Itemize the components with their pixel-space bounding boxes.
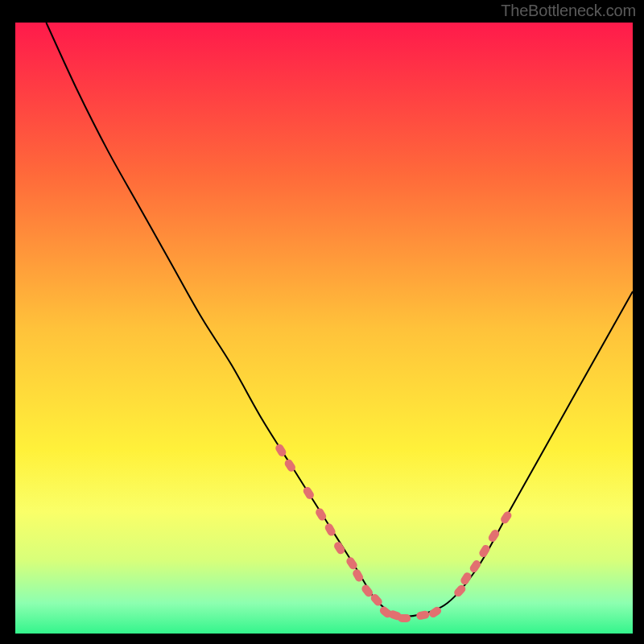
chart-gradient-background [15,23,633,634]
highlight-dot [398,614,411,622]
chart-svg [0,0,644,644]
chart-stage: TheBottleneck.com [0,0,644,644]
watermark-text: TheBottleneck.com [501,2,636,20]
